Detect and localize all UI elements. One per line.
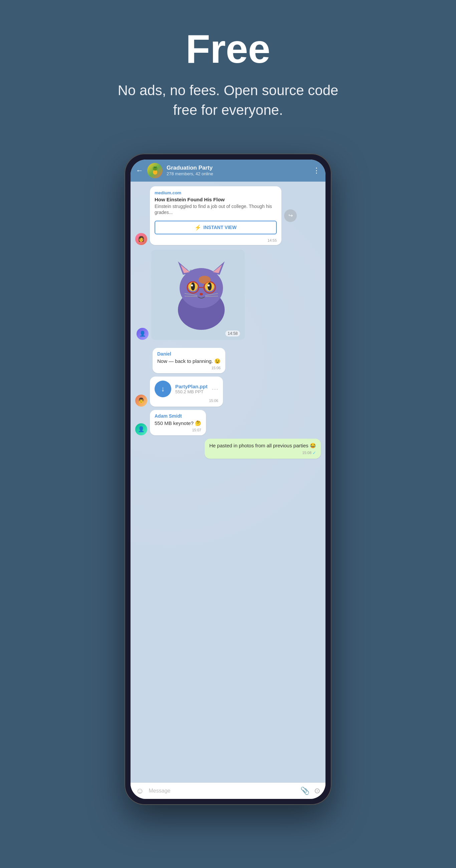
svg-point-8 <box>191 282 195 290</box>
article-bubble-container: medium.com How Einstein Found His Flow E… <box>150 186 297 245</box>
time-text: 15:07 <box>192 428 201 432</box>
chat-name: Graduation Party <box>166 164 309 171</box>
hero-section: Free No ads, no fees. Open source code f… <box>104 0 352 140</box>
article-bubble: medium.com How Einstein Found His Flow E… <box>150 186 281 245</box>
bubble-time: 15:07 <box>155 428 201 432</box>
phone-mockup: ← 🍍 Graduation Party 278 members, 42 onl… <box>124 154 332 805</box>
forward-button[interactable]: ↪ <box>284 209 297 222</box>
file-more-button[interactable]: ⋯ <box>212 385 218 393</box>
message-row: 👨 ↓ PartyPlan.ppt 550.2 MB PPT ⋯ 15:06 <box>135 377 321 407</box>
sticker-container: k = πr²A = ...V = l²P = 2πrA = πr² s = √… <box>151 250 245 340</box>
lightning-icon: ⚡ <box>194 224 201 231</box>
message-placeholder: Message <box>149 788 171 794</box>
adam-bubble: Adam Smidt 550 MB keynote? 🤔 15:07 <box>150 410 206 435</box>
camera-button[interactable]: ⊙ <box>314 786 320 795</box>
avatar: 👨 <box>135 395 147 407</box>
emoji-button[interactable]: ☺ <box>136 786 144 796</box>
chat-header: ← 🍍 Graduation Party 278 members, 42 onl… <box>130 160 326 182</box>
avatar: 👤 <box>136 328 149 340</box>
sticker-message: 👤 k = πr²A = ...V = l²P = 2πrA = πr² s =… <box>136 250 321 340</box>
article-source: medium.com <box>155 190 277 195</box>
svg-line-19 <box>205 296 218 297</box>
message-row: 👤 Adam Smidt 550 MB keynote? 🤔 15:07 <box>135 410 321 435</box>
svg-point-11 <box>208 284 210 286</box>
bubble-text: Now — back to planning. 😉 <box>157 358 221 365</box>
hero-subtitle: No ads, no fees. Open source code free f… <box>111 81 345 120</box>
back-button[interactable]: ← <box>136 166 143 175</box>
sticker-row: 👤 k = πr²A = ...V = l²P = 2πrA = πr² s =… <box>136 250 321 340</box>
message-row-outgoing: He pasted in photos from all previous pa… <box>135 439 321 459</box>
bubble-time: 15:08 ✓ <box>209 451 316 455</box>
message-input[interactable]: Message <box>149 788 296 794</box>
instant-view-label: INSTANT VIEW <box>203 225 236 230</box>
file-bubble: ↓ PartyPlan.ppt 550.2 MB PPT ⋯ 15:06 <box>150 377 223 407</box>
download-button[interactable]: ↓ <box>155 380 171 397</box>
read-check: ✓ <box>312 451 316 455</box>
bubble-time: 15:06 <box>157 366 221 370</box>
cat-svg <box>168 258 235 332</box>
article-title: How Einstein Found His Flow <box>155 197 277 202</box>
article-time: 14:55 <box>150 238 281 245</box>
chat-info: Graduation Party 278 members, 42 online <box>166 164 309 176</box>
instant-view-button[interactable]: ⚡ INSTANT VIEW <box>155 221 277 235</box>
bubble-text: 550 MB keynote? 🤔 <box>155 420 201 427</box>
chat-body: 👩 medium.com How Einstein Found His Flow… <box>130 182 326 782</box>
group-avatar: 🍍 <box>147 163 162 178</box>
cat-sticker <box>164 256 238 333</box>
more-options-button[interactable]: ⋮ <box>313 166 320 175</box>
time-text: 15:06 <box>211 366 221 370</box>
avatar: 👩 <box>135 233 147 245</box>
hero-title: Free <box>111 27 345 71</box>
chat-members: 278 members, 42 online <box>166 171 309 176</box>
daniel-bubble: Daniel Now — back to planning. 😉 15:06 <box>153 348 225 373</box>
input-bar: ☺ Message 📎 ⊙ <box>130 782 326 799</box>
sender-name: Daniel <box>157 351 221 356</box>
file-time: 15:06 <box>155 399 218 403</box>
svg-point-10 <box>191 284 193 286</box>
file-row: ↓ PartyPlan.ppt 550.2 MB PPT ⋯ <box>155 380 218 397</box>
svg-point-20 <box>199 276 211 284</box>
bubble-text: He pasted in photos from all previous pa… <box>209 442 316 449</box>
outgoing-bubble: He pasted in photos from all previous pa… <box>205 439 321 459</box>
sender-name: Adam Smidt <box>155 413 201 418</box>
phone-inner: ← 🍍 Graduation Party 278 members, 42 onl… <box>130 160 326 799</box>
file-name: PartyPlan.ppt <box>175 383 208 389</box>
sticker-time: 14:58 <box>225 331 240 337</box>
svg-point-15 <box>200 293 203 295</box>
svg-point-9 <box>208 282 212 290</box>
article-content: medium.com How Einstein Found His Flow E… <box>150 186 281 218</box>
svg-line-17 <box>185 296 197 297</box>
avatar: 👤 <box>135 423 147 435</box>
time-text: 15:08 <box>302 451 311 455</box>
attach-button[interactable]: 📎 <box>300 786 309 795</box>
file-info: PartyPlan.ppt 550.2 MB PPT <box>175 383 208 394</box>
article-snippet: Einstein struggled to find a job out of … <box>155 203 277 215</box>
message-row: 👩 medium.com How Einstein Found His Flow… <box>135 186 321 245</box>
phone-outer: ← 🍍 Graduation Party 278 members, 42 onl… <box>124 154 332 805</box>
time-text: 15:06 <box>209 399 218 403</box>
file-size: 550.2 MB PPT <box>175 389 208 394</box>
message-row: Daniel Now — back to planning. 😉 15:06 <box>135 348 321 373</box>
